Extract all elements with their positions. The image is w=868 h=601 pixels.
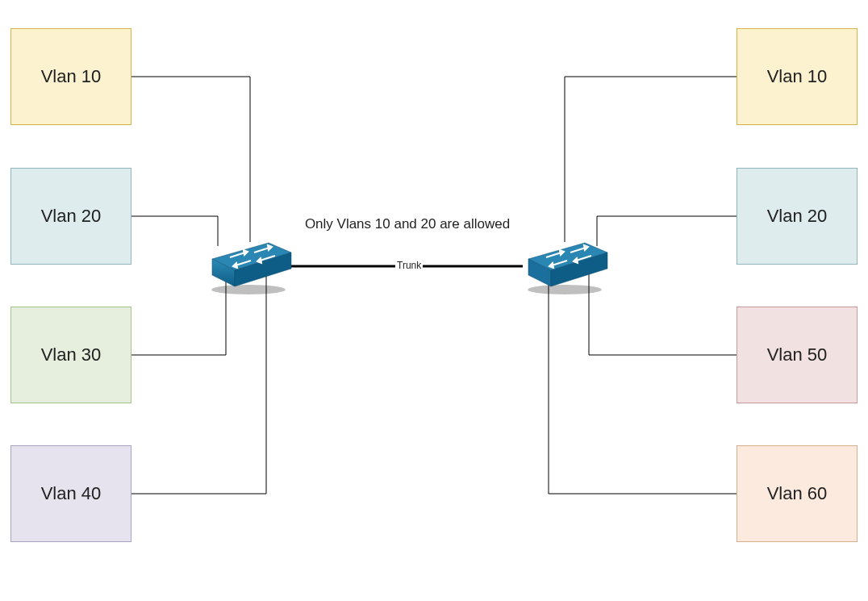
vlan-box-right-10: Vlan 10 bbox=[737, 28, 858, 125]
switch-left bbox=[204, 236, 293, 294]
vlan-label: Vlan 40 bbox=[41, 483, 102, 504]
vlan-label: Vlan 30 bbox=[41, 344, 102, 365]
svg-point-1 bbox=[211, 285, 286, 294]
vlan-label: Vlan 10 bbox=[767, 66, 828, 87]
vlan-label: Vlan 20 bbox=[41, 206, 102, 227]
vlan-box-left-30: Vlan 30 bbox=[10, 307, 131, 403]
vlan-box-right-20: Vlan 20 bbox=[737, 168, 858, 265]
vlan-label: Vlan 10 bbox=[41, 66, 102, 87]
vlan-box-left-20: Vlan 20 bbox=[10, 168, 131, 265]
vlan-box-right-50: Vlan 50 bbox=[737, 307, 858, 403]
vlan-label: Vlan 20 bbox=[767, 206, 828, 227]
vlan-label: Vlan 60 bbox=[767, 483, 828, 504]
switch-icon bbox=[204, 236, 293, 294]
vlan-label: Vlan 50 bbox=[767, 344, 828, 365]
trunk-caption: Only Vlans 10 and 20 are allowed bbox=[303, 215, 512, 234]
vlan-box-right-60: Vlan 60 bbox=[737, 445, 858, 542]
switch-right bbox=[520, 236, 609, 294]
trunk-label: Trunk bbox=[395, 260, 423, 271]
svg-point-13 bbox=[528, 285, 602, 294]
vlan-box-left-10: Vlan 10 bbox=[10, 28, 131, 125]
switch-icon bbox=[520, 236, 609, 294]
vlan-box-left-40: Vlan 40 bbox=[10, 445, 131, 542]
